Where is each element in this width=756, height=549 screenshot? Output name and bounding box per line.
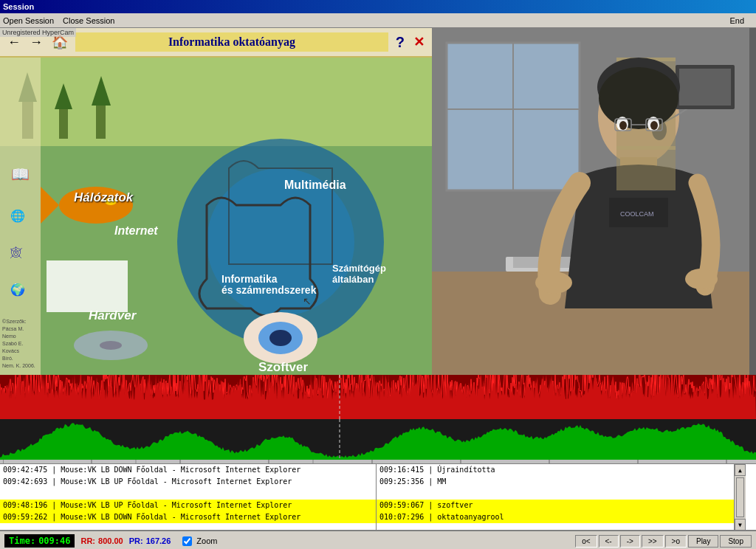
pr-label: PR: (129, 536, 143, 545)
svg-text:🌍: 🌍 (10, 283, 25, 297)
rr-value: 800.00 (98, 536, 123, 545)
svg-text:Multimédia: Multimédia (284, 179, 346, 191)
svg-text:Számítógép: Számítógép (332, 263, 386, 274)
svg-text:Internet: Internet (114, 224, 158, 237)
timeline-svg: 009:42 009:48 009:53 009:59 010:05 010:1… (3, 460, 753, 463)
svg-text:Kovács: Kovács (2, 348, 19, 353)
webcam-panel: COOLCAM (432, 28, 749, 375)
svg-text:COOLCAM: COOLCAM (620, 210, 654, 218)
zoom-label: Zoom (196, 536, 217, 545)
title-text: Session (3, 2, 34, 11)
svg-text:↖: ↖ (303, 295, 312, 307)
edu-background-svg: ©Szerzők: Pácsa M. Nemo Szabó E. Kovács … (0, 58, 432, 375)
zoom-checkbox[interactable] (182, 536, 192, 546)
time-display: Time: 009:46 (4, 534, 75, 548)
red-waveform-canvas (0, 375, 756, 419)
log-row-highlight: 010:07:296 | oktatoanyagrool (377, 511, 734, 523)
zoom-section: Zoom (182, 536, 217, 546)
log-row: 009:42:475 | Mouse:VK LB DOWN Főoldal - … (0, 464, 376, 476)
green-waveform-canvas (0, 419, 756, 460)
end-button[interactable]: End (729, 16, 744, 25)
svg-text:Hardver: Hardver (89, 308, 137, 322)
svg-text:Informatika: Informatika (221, 273, 278, 285)
help-button[interactable]: ? (394, 32, 406, 52)
svg-text:Bíró.: Bíró. (2, 356, 13, 361)
green-waveform (0, 419, 756, 460)
log-row: 009:25:356 | MM (377, 476, 734, 488)
unregistered-badge: Unregistered HyperCam (0, 28, 76, 37)
menu-close-session[interactable]: Close Session (63, 16, 114, 25)
waveform-area: 009:42 009:48 009:53 009:59 010:05 010:1… (0, 375, 756, 463)
scroll-thumb[interactable] (736, 477, 744, 517)
svg-rect-57 (679, 69, 731, 106)
log-area: 009:42:475 | Mouse:VK LB DOWN Főoldal - … (0, 463, 756, 530)
webcam-svg: COOLCAM (432, 28, 749, 375)
pr-section: PR: 167.26 (129, 536, 171, 545)
svg-text:🌐: 🌐 (10, 209, 25, 223)
nav-next-button[interactable]: -> (620, 535, 640, 548)
svg-point-66 (619, 121, 627, 130)
time-label: Time: (9, 536, 35, 546)
svg-rect-4 (59, 109, 68, 139)
svg-text:Szabó E.: Szabó E. (2, 341, 23, 346)
stop-button[interactable]: Stop (720, 535, 752, 548)
svg-rect-6 (96, 106, 106, 139)
svg-text:Nemo: Nemo (2, 334, 16, 339)
svg-point-17 (100, 341, 122, 350)
edu-content: ©Szerzők: Pácsa M. Nemo Szabó E. Kovács … (0, 58, 432, 375)
svg-text:általában: általában (332, 274, 374, 285)
nav-prev-button[interactable]: <- (599, 535, 619, 548)
main-content: Unregistered HyperCam ← → 🏠 Informatika … (0, 28, 756, 375)
svg-text:és számrendszerek: és számrendszerek (221, 284, 317, 296)
svg-text:📖: 📖 (11, 165, 30, 183)
titlebar: Session (0, 0, 756, 13)
nav-start-button[interactable]: o< (575, 535, 597, 548)
log-row-highlight: 009:59:262 | Mouse:VK LB DOWN Főoldal - … (0, 511, 376, 523)
log-row (0, 488, 376, 500)
scrollbar[interactable]: ▲ ▼ (734, 464, 746, 531)
svg-point-54 (685, 269, 718, 289)
edu-title: Informatika oktatóanyag (75, 32, 388, 52)
log-row: 009:42:693 | Mouse:VK LB UP Főoldal - Mi… (0, 476, 376, 488)
svg-text:Hálózatok: Hálózatok (74, 190, 134, 204)
log-left: 009:42:475 | Mouse:VK LB DOWN Főoldal - … (0, 464, 377, 531)
rr-section: RR: 800.00 (80, 536, 123, 545)
menubar: Open Session Close Session End (0, 13, 756, 28)
svg-point-53 (535, 272, 572, 294)
edu-panel: Unregistered HyperCam ← → 🏠 Informatika … (0, 28, 432, 375)
svg-text:©Szerzők:: ©Szerzők: (2, 319, 26, 324)
log-row-highlight: 009:59:067 | szoftver (377, 500, 734, 511)
scroll-up-arrow[interactable]: ▲ (735, 464, 746, 476)
red-waveform (0, 375, 756, 419)
nav-buttons: o< <- -> >> >o Play Stop (575, 535, 752, 548)
edu-close-button[interactable]: ✕ (412, 32, 426, 52)
svg-point-63 (599, 67, 678, 129)
svg-text:🕸: 🕸 (10, 246, 22, 259)
nav-end-button[interactable]: >o (665, 535, 687, 548)
svg-point-67 (650, 121, 658, 130)
log-right: 009:16:415 | Újraindította 009:25:356 | … (377, 464, 746, 531)
scroll-down-arrow[interactable]: ▼ (735, 519, 746, 531)
log-row-highlight: 009:48:196 | Mouse:VK LB UP Főoldal - Mi… (0, 500, 376, 511)
log-row (377, 488, 734, 500)
play-button[interactable]: Play (688, 535, 718, 548)
svg-text:Szoftver: Szoftver (258, 360, 308, 374)
svg-text:Nem. K. 2006.: Nem. K. 2006. (2, 363, 35, 368)
rr-label: RR: (80, 536, 95, 545)
pr-value: 167.26 (146, 536, 171, 545)
svg-rect-61 (616, 146, 676, 150)
nav-fast-forward-button[interactable]: >> (642, 535, 664, 548)
svg-text:Pácsa M.: Pácsa M. (2, 326, 24, 331)
statusbar: Time: 009:46 RR: 800.00 PR: 167.26 Zoom … (0, 530, 756, 549)
log-row: 009:16:415 | Újraindította (377, 464, 734, 476)
menu-open-session[interactable]: Open Session (3, 16, 54, 25)
timeline-ruler: 009:42 009:48 009:53 009:59 010:05 010:1… (0, 460, 756, 463)
svg-rect-71 (3, 460, 753, 463)
svg-rect-18 (47, 260, 128, 312)
svg-point-15 (269, 330, 292, 346)
time-value: 009:46 (38, 536, 70, 546)
